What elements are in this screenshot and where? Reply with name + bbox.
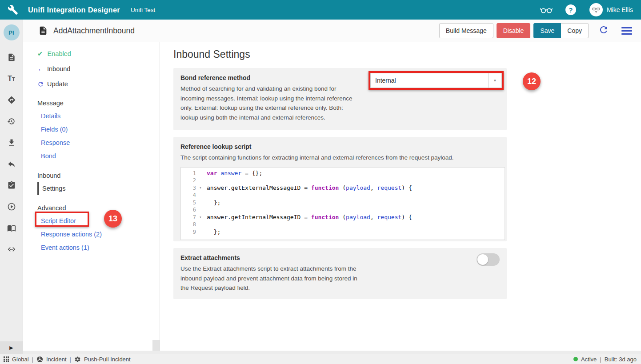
code-line[interactable]: 7▾answer.getInternalMessageID = function… xyxy=(181,214,505,221)
nav-item-fields[interactable]: Fields (0) xyxy=(37,123,160,136)
extract-attachments-description: Use the Extract attachments script to ex… xyxy=(180,264,367,293)
user-menu[interactable]: Mike Ellis xyxy=(589,3,633,16)
code-line[interactable]: 2 xyxy=(181,177,505,184)
collapse-panel-button[interactable]: ▶ xyxy=(0,341,23,354)
nav-panel: ✔ Enabled ← Inbound Update Message Detai… xyxy=(23,42,160,354)
grid-icon xyxy=(4,356,9,362)
annotation-box-12: Internal ▼ xyxy=(369,71,504,90)
build-message-button[interactable]: Build Message xyxy=(439,23,493,38)
dropdown-arrow-zone[interactable]: ▼ xyxy=(488,73,501,88)
process-label[interactable]: Push-Pull Incident xyxy=(84,356,131,363)
nav-section-inbound: Inbound xyxy=(37,169,160,182)
line-number-gutter: 1 xyxy=(181,170,207,177)
bond-reference-dropdown[interactable]: Internal ▼ xyxy=(370,73,502,88)
nav-item-response-actions[interactable]: Response actions (2) xyxy=(37,228,160,241)
code-line[interactable]: 8 xyxy=(181,221,505,228)
statusbar-left: Global | Incident | Push-Pull Incident xyxy=(4,356,131,363)
built-label: Built: 3d ago xyxy=(605,356,637,363)
play-icon[interactable] xyxy=(6,201,17,212)
scope-label[interactable]: Global xyxy=(12,356,29,363)
save-copy-group: Save Copy xyxy=(533,23,589,38)
dropdown-value: Internal xyxy=(371,77,488,84)
code-editor[interactable]: 1var answer = {};23▾answer.getExternalMe… xyxy=(180,167,505,240)
nav-item-settings[interactable]: Settings xyxy=(37,182,160,195)
document-icon xyxy=(38,26,48,36)
update-refresh-icon xyxy=(37,81,46,88)
reference-lookup-description: The script containing functions for extr… xyxy=(180,153,492,163)
status-bar: Global | Incident | Push-Pull Incident A… xyxy=(0,354,641,364)
menu-icon[interactable] xyxy=(621,27,632,35)
preview-glasses-icon[interactable] xyxy=(540,5,553,14)
application-icon xyxy=(36,356,43,363)
horizontal-scrollbar-track[interactable] xyxy=(23,351,641,354)
reference-lookup-label: Reference lookup script xyxy=(180,143,500,150)
application-label[interactable]: Incident xyxy=(46,356,67,363)
nav-item-enabled[interactable]: ✔ Enabled xyxy=(37,48,160,60)
annotation-badge-12: 12 xyxy=(523,72,541,90)
code-line[interactable]: 4 xyxy=(181,192,505,199)
annotation-badge-13: 13 xyxy=(104,210,122,228)
line-number-gutter: 9 xyxy=(181,228,207,236)
app-window: Unifi Integration Designer Unifi Test ? … xyxy=(0,0,641,364)
page-title: Inbound Settings xyxy=(173,48,641,60)
nav-section-message: Message xyxy=(37,97,160,109)
fold-arrow-icon[interactable]: ▾ xyxy=(196,215,205,219)
tasks-icon[interactable] xyxy=(6,180,17,191)
bond-reference-description: Method of searching for and validating a… xyxy=(180,84,361,122)
user-avatar xyxy=(589,3,603,16)
nav-item-bond[interactable]: Bond xyxy=(37,149,160,163)
text-format-icon[interactable]: TT xyxy=(6,73,17,84)
reference-lookup-card: Reference lookup script The script conta… xyxy=(173,137,507,241)
nav-item-details[interactable]: Details xyxy=(37,109,160,123)
nav-item-response[interactable]: Response xyxy=(37,136,160,149)
wrench-icon xyxy=(8,4,18,15)
line-number-gutter: 6 xyxy=(181,206,207,214)
main-content: Inbound Settings Bond reference method M… xyxy=(160,42,641,351)
reply-icon[interactable] xyxy=(6,159,17,169)
integration-avatar[interactable]: PI xyxy=(4,24,20,40)
active-status-dot xyxy=(573,357,578,361)
line-number-gutter: 7▾ xyxy=(181,214,207,221)
document-header: AddAttachmentInbound Build Message Disab… xyxy=(23,20,641,42)
extract-attachments-card: Extract attachments Use the Extract atta… xyxy=(173,248,507,299)
code-line[interactable]: 9 }; xyxy=(181,228,505,236)
code-line[interactable]: 5 }; xyxy=(181,199,505,207)
user-name: Mike Ellis xyxy=(607,6,633,13)
toggle-knob xyxy=(477,254,488,265)
code-icon[interactable] xyxy=(6,244,17,255)
nav-item-inbound[interactable]: ← Inbound xyxy=(37,63,160,75)
active-status-label: Active xyxy=(581,356,597,363)
download-icon[interactable] xyxy=(6,137,17,148)
code-line[interactable]: 3▾answer.getExternalMessageID = function… xyxy=(181,184,505,192)
icon-rail: PI TT ▶ xyxy=(0,20,23,354)
code-line[interactable]: 1var answer = {}; xyxy=(181,170,505,177)
extract-attachments-toggle[interactable] xyxy=(477,253,500,266)
document-rail-icon[interactable] xyxy=(6,52,17,63)
rail-icons: TT xyxy=(6,52,17,255)
history-icon[interactable] xyxy=(6,116,17,127)
environment-name[interactable]: Unifi Test xyxy=(131,7,155,13)
nav-item-update[interactable]: Update xyxy=(37,78,160,90)
line-number-gutter: 4 xyxy=(181,192,207,199)
top-bar: Unifi Integration Designer Unifi Test ? … xyxy=(0,0,641,20)
directions-icon[interactable] xyxy=(6,95,17,105)
check-icon: ✔ xyxy=(37,50,43,58)
nav-item-event-actions[interactable]: Event actions (1) xyxy=(37,241,160,254)
statusbar-right: Active | Built: 3d ago xyxy=(573,356,637,363)
line-number-gutter: 3▾ xyxy=(181,184,207,192)
refresh-icon[interactable] xyxy=(598,24,609,37)
app-title: Unifi Integration Designer xyxy=(28,6,120,14)
process-gear-icon xyxy=(74,356,81,363)
left-arrow-icon: ← xyxy=(37,64,46,73)
fold-arrow-icon[interactable]: ▾ xyxy=(196,186,205,190)
line-number-gutter: 8 xyxy=(181,221,207,228)
disable-button[interactable]: Disable xyxy=(497,23,531,38)
copy-button[interactable]: Copy xyxy=(561,23,589,38)
book-icon[interactable] xyxy=(6,223,17,233)
help-icon[interactable]: ? xyxy=(565,4,576,15)
code-line[interactable]: 6 xyxy=(181,206,505,214)
line-number-gutter: 2 xyxy=(181,177,207,184)
save-button[interactable]: Save xyxy=(533,23,561,38)
code-editor-lines: 1var answer = {};23▾answer.getExternalMe… xyxy=(181,170,505,236)
document-title: AddAttachmentInbound xyxy=(53,26,135,36)
